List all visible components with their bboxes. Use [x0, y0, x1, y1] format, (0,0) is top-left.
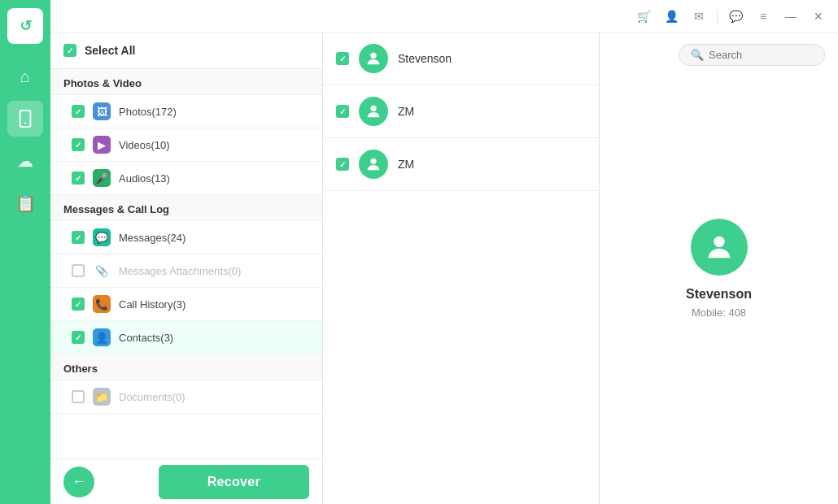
- titlebar: 🛒 👤 ✉ 💬 ≡ — ✕: [50, 0, 838, 33]
- left-panel: Select All Photos & Video 🖼 Photos(172) …: [50, 33, 323, 504]
- documents-label: Documents(0): [119, 391, 185, 403]
- contact-zm2-checkbox[interactable]: [336, 158, 349, 171]
- files-icon[interactable]: 📋: [7, 185, 43, 221]
- main-panel: 🛒 👤 ✉ 💬 ≡ — ✕ Select All Photos & Video …: [50, 0, 838, 504]
- messages-checkbox[interactable]: [72, 231, 85, 244]
- content-area: Select All Photos & Video 🖼 Photos(172) …: [50, 33, 838, 504]
- divider: [717, 10, 718, 23]
- videos-label: Videos(10): [119, 139, 170, 151]
- recover-button[interactable]: Recover: [159, 465, 309, 499]
- contact-stevenson-checkbox[interactable]: [336, 52, 349, 65]
- select-all-row[interactable]: Select All: [50, 33, 322, 69]
- phone-icon[interactable]: [7, 101, 43, 137]
- avatar: [359, 97, 388, 126]
- svg-rect-0: [20, 111, 31, 127]
- list-item[interactable]: 🖼 Photos(172): [50, 95, 322, 128]
- home-icon[interactable]: ⌂: [7, 59, 43, 94]
- callhistory-label: Call History(3): [119, 298, 185, 311]
- contact-row[interactable]: Stevenson: [323, 33, 599, 85]
- messages-label: Messages(24): [119, 232, 185, 244]
- list-item[interactable]: 📞 Call History(3): [50, 288, 322, 321]
- audios-checkbox[interactable]: [72, 172, 85, 185]
- detail-avatar: [691, 219, 748, 276]
- list-item[interactable]: 📎 Messages Attachments(0): [50, 254, 322, 288]
- contact-row[interactable]: ZM: [323, 138, 599, 191]
- photos-icon: 🖼: [93, 102, 111, 120]
- list-item[interactable]: 🎤 Audios(13): [50, 162, 322, 195]
- menu-icon[interactable]: ≡: [752, 5, 775, 28]
- select-all-label: Select All: [85, 44, 136, 57]
- attachments-icon: 📎: [93, 262, 111, 280]
- documents-checkbox[interactable]: [72, 390, 85, 403]
- contact-name: Stevenson: [398, 52, 452, 65]
- select-all-checkbox[interactable]: [63, 44, 76, 57]
- cart-icon[interactable]: 🛒: [632, 5, 655, 28]
- audios-icon: 🎤: [93, 169, 111, 187]
- list-item[interactable]: 📁 Documents(0): [50, 380, 322, 414]
- minimize-icon[interactable]: —: [779, 5, 802, 28]
- contact-row[interactable]: ZM: [323, 85, 599, 138]
- category-header-others: Others: [50, 354, 322, 380]
- photos-checkbox[interactable]: [72, 105, 85, 118]
- svg-point-5: [714, 236, 724, 246]
- svg-point-4: [370, 159, 376, 164]
- videos-icon: ▶: [93, 136, 111, 154]
- detail-phone: Mobile: 408: [692, 306, 746, 319]
- category-header-messages: Messages & Call Log: [50, 195, 322, 221]
- documents-icon: 📁: [93, 388, 111, 406]
- list-item[interactable]: ▶ Videos(10): [50, 128, 322, 162]
- videos-checkbox[interactable]: [72, 138, 85, 151]
- user-icon[interactable]: 👤: [660, 5, 683, 28]
- photos-label: Photos(172): [119, 106, 177, 118]
- search-box[interactable]: 🔍: [679, 44, 825, 66]
- contacts-icon: 👤: [93, 328, 111, 346]
- search-input[interactable]: [709, 49, 813, 61]
- messages-icon: 💬: [93, 228, 111, 246]
- avatar: [359, 44, 388, 73]
- svg-point-2: [370, 53, 376, 59]
- detail-name: Stevenson: [686, 287, 752, 302]
- category-header-photos: Photos & Video: [50, 69, 322, 95]
- logo-icon[interactable]: ↺: [7, 8, 43, 44]
- contact-detail-panel: 🔍 Stevenson Mobile: 408: [600, 33, 838, 504]
- bottom-bar: ← Recover: [50, 458, 322, 504]
- back-button[interactable]: ←: [63, 467, 94, 497]
- contacts-list-panel: Stevenson ZM ZM: [323, 33, 600, 504]
- mail-icon[interactable]: ✉: [687, 5, 710, 28]
- search-icon: 🔍: [691, 49, 704, 61]
- callhistory-checkbox[interactable]: [72, 298, 85, 311]
- list-item[interactable]: 👤 Contacts(3): [50, 321, 322, 354]
- contacts-label: Contacts(3): [119, 332, 173, 344]
- attachments-checkbox[interactable]: [72, 264, 85, 277]
- contacts-checkbox[interactable]: [72, 331, 85, 344]
- svg-point-3: [370, 106, 376, 111]
- contact-zm1-checkbox[interactable]: [336, 105, 349, 118]
- callhistory-icon: 📞: [93, 295, 111, 313]
- contact-name: ZM: [398, 158, 414, 171]
- sidebar: ↺ ⌂ ☁ 📋: [0, 0, 50, 504]
- close-icon[interactable]: ✕: [807, 5, 830, 28]
- list-item[interactable]: 💬 Messages(24): [50, 221, 322, 254]
- attachments-label: Messages Attachments(0): [119, 265, 241, 277]
- avatar: [359, 150, 388, 179]
- category-list: Photos & Video 🖼 Photos(172) ▶ Videos(10…: [50, 69, 322, 458]
- contact-name: ZM: [398, 105, 414, 118]
- comment-icon[interactable]: 💬: [724, 5, 747, 28]
- cloud-icon[interactable]: ☁: [7, 143, 43, 179]
- audios-label: Audios(13): [119, 172, 170, 185]
